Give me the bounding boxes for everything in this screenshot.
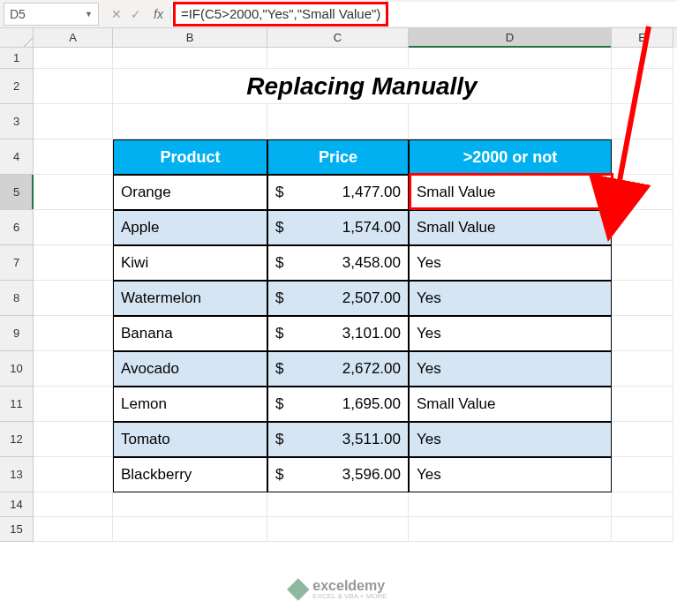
col-header-A[interactable]: A — [34, 28, 113, 48]
cell-price-5[interactable]: $1,477.00 — [267, 175, 409, 210]
cell-price-11[interactable]: $1,695.00 — [267, 387, 409, 422]
header-product[interactable]: Product — [113, 139, 267, 175]
cell-check-5[interactable]: Small Value — [409, 175, 612, 210]
row-header-14[interactable]: 14 — [0, 492, 34, 517]
cell-A15[interactable] — [34, 517, 113, 542]
name-box[interactable]: D5 ▼ — [4, 3, 99, 26]
cell-product-6[interactable]: Apple — [113, 210, 267, 245]
cell-check-8[interactable]: Yes — [409, 281, 612, 316]
row-header-2[interactable]: 2 — [0, 69, 34, 104]
header-price[interactable]: Price — [267, 139, 409, 175]
cell-E4[interactable] — [612, 139, 673, 175]
cell-A9[interactable] — [34, 316, 113, 351]
cell-price-6[interactable]: $1,574.00 — [267, 210, 409, 245]
cell-C15[interactable] — [267, 517, 409, 542]
cell-price-9[interactable]: $3,101.00 — [267, 316, 409, 351]
cell-C14[interactable] — [267, 492, 409, 517]
cell-price-10[interactable]: $2,672.00 — [267, 351, 409, 387]
cell-check-9[interactable]: Yes — [409, 316, 612, 351]
cell-D3[interactable] — [409, 104, 612, 139]
cell-E7[interactable] — [612, 245, 673, 281]
cell-check-7[interactable]: Yes — [409, 245, 612, 281]
cell-E12[interactable] — [612, 422, 673, 457]
cell-check-13[interactable]: Yes — [409, 457, 612, 492]
formula-input-wrap[interactable]: =IF(C5>2000,"Yes","Small Value") — [171, 2, 677, 26]
cell-D1[interactable] — [409, 48, 612, 69]
formula-input[interactable]: =IF(C5>2000,"Yes","Small Value") — [173, 2, 388, 26]
row-header-10[interactable]: 10 — [0, 351, 34, 387]
cell-C1[interactable] — [267, 48, 409, 69]
cell-check-10[interactable]: Yes — [409, 351, 612, 387]
cell-product-13[interactable]: Blackberry — [113, 457, 267, 492]
cell-A3[interactable] — [34, 104, 113, 139]
cell-product-5[interactable]: Orange — [113, 175, 267, 210]
cell-price-13[interactable]: $3,596.00 — [267, 457, 409, 492]
row-header-5[interactable]: 5 — [0, 175, 34, 210]
cell-product-7[interactable]: Kiwi — [113, 245, 267, 281]
cell-product-8[interactable]: Watermelon — [113, 281, 267, 316]
col-header-B[interactable]: B — [113, 28, 267, 48]
cell-A1[interactable] — [34, 48, 113, 69]
row-header-7[interactable]: 7 — [0, 245, 34, 281]
fx-icon[interactable]: fx — [150, 7, 171, 21]
cancel-icon[interactable]: ✕ — [111, 7, 122, 21]
cell-A8[interactable] — [34, 281, 113, 316]
col-header-D[interactable]: D — [409, 28, 612, 48]
cell-check-11[interactable]: Small Value — [409, 387, 612, 422]
name-box-dropdown-icon[interactable]: ▼ — [85, 10, 93, 19]
cell-A13[interactable] — [34, 457, 113, 492]
cell-E2[interactable] — [612, 69, 673, 104]
cell-E15[interactable] — [612, 517, 673, 542]
cell-D14[interactable] — [409, 492, 612, 517]
cell-E3[interactable] — [612, 104, 673, 139]
cell-C3[interactable] — [267, 104, 409, 139]
cell-D15[interactable] — [409, 517, 612, 542]
row-header-8[interactable]: 8 — [0, 281, 34, 316]
row-header-1[interactable]: 1 — [0, 48, 34, 69]
cell-A7[interactable] — [34, 245, 113, 281]
sheet-title[interactable]: Replacing Manually — [113, 69, 612, 104]
col-header-E[interactable]: E — [612, 28, 673, 48]
cell-product-9[interactable]: Banana — [113, 316, 267, 351]
cell-price-7[interactable]: $3,458.00 — [267, 245, 409, 281]
select-all-triangle[interactable] — [0, 28, 34, 48]
cell-B3[interactable] — [113, 104, 267, 139]
row-header-3[interactable]: 3 — [0, 104, 34, 139]
cell-E11[interactable] — [612, 387, 673, 422]
cell-A6[interactable] — [34, 210, 113, 245]
col-header-C[interactable]: C — [267, 28, 409, 48]
row-header-12[interactable]: 12 — [0, 422, 34, 457]
cell-price-12[interactable]: $3,511.00 — [267, 422, 409, 457]
cell-check-6[interactable]: Small Value — [409, 210, 612, 245]
row-header-11[interactable]: 11 — [0, 387, 34, 422]
cell-E1[interactable] — [612, 48, 673, 69]
row-header-15[interactable]: 15 — [0, 517, 34, 542]
cell-A11[interactable] — [34, 387, 113, 422]
cell-A5[interactable] — [34, 175, 113, 210]
cell-check-12[interactable]: Yes — [409, 422, 612, 457]
cell-A12[interactable] — [34, 422, 113, 457]
cell-A4[interactable] — [34, 139, 113, 175]
header-check[interactable]: >2000 or not — [409, 139, 612, 175]
cell-A14[interactable] — [34, 492, 113, 517]
cell-B14[interactable] — [113, 492, 267, 517]
cell-E14[interactable] — [612, 492, 673, 517]
cell-E6[interactable] — [612, 210, 673, 245]
cell-B15[interactable] — [113, 517, 267, 542]
row-header-6[interactable]: 6 — [0, 210, 34, 245]
cell-A2[interactable] — [34, 69, 113, 104]
cell-E8[interactable] — [612, 281, 673, 316]
cell-product-10[interactable]: Avocado — [113, 351, 267, 387]
cell-E9[interactable] — [612, 316, 673, 351]
row-header-13[interactable]: 13 — [0, 457, 34, 492]
enter-icon[interactable]: ✓ — [131, 7, 141, 21]
row-header-4[interactable]: 4 — [0, 139, 34, 175]
cell-A10[interactable] — [34, 351, 113, 387]
row-header-9[interactable]: 9 — [0, 316, 34, 351]
cell-product-12[interactable]: Tomato — [113, 422, 267, 457]
cell-E5[interactable] — [612, 175, 673, 210]
cell-price-8[interactable]: $2,507.00 — [267, 281, 409, 316]
cell-B1[interactable] — [113, 48, 267, 69]
cell-E13[interactable] — [612, 457, 673, 492]
cell-E10[interactable] — [612, 351, 673, 387]
